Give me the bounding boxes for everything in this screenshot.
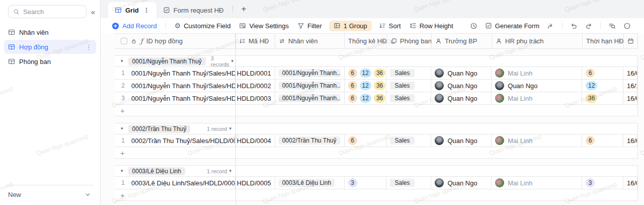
cell-phong-ban[interactable]: Sales	[386, 67, 431, 79]
cell-truong-bp[interactable]: Quan Ngo	[431, 80, 492, 92]
table-row[interactable]: 10001/Nguyễn Thanh Thuỷ/Sales/HDL... HDL…	[115, 66, 637, 79]
add-record-row[interactable]: +	[115, 189, 637, 200]
sidebar-item-phong-ban[interactable]: Phòng ban	[4, 54, 96, 69]
cell-ngay[interactable]: 16/0	[623, 134, 637, 147]
group-count-caret-icon[interactable]: ▾	[231, 59, 234, 63]
group-header[interactable]: ▾ 0003/Lê Diệu Linh 1 record▾	[115, 166, 637, 176]
cell-nhan-vien[interactable]: 0001/Nguyễn Thanh...	[275, 92, 345, 104]
customize-field-button[interactable]: ⚙ Customize Field	[175, 22, 231, 30]
sidebar-item-hop-dong[interactable]: Hợp đồng ⋮	[4, 40, 96, 54]
cell-truong-bp[interactable]: Quan Ngo	[431, 67, 492, 79]
column-header-ngay[interactable]: N	[624, 34, 638, 48]
share-icon[interactable]	[547, 22, 554, 30]
cell-nhan-vien[interactable]: 0002/Trần Thu Thuỷ	[275, 134, 345, 147]
cell-ngay[interactable]: 16/1	[623, 80, 637, 92]
search-records-icon[interactable]	[608, 22, 616, 30]
gear-icon: ⚙	[175, 22, 181, 29]
cell-id[interactable]: 10002/Trần Thu Thuỷ/Sales/HDLD/0004	[115, 134, 235, 147]
cell-nhan-vien[interactable]: 0001/Nguyễn Thanh...	[275, 80, 345, 92]
generate-form-button[interactable]: Generate Form	[485, 22, 539, 30]
sidebar-item-nhan-vien[interactable]: Nhân viên	[4, 25, 96, 39]
cell-hr[interactable]: Mai Linh	[492, 92, 582, 104]
filter-button[interactable]: Filter	[297, 22, 322, 30]
add-view-button[interactable]: +	[235, 4, 252, 14]
cell-hr[interactable]: Quan Ngo	[492, 80, 582, 92]
cell-ma-hd[interactable]: HDLD/0003	[235, 92, 275, 104]
cell-thoi-han[interactable]: 6	[582, 67, 623, 79]
column-header-thoi-han[interactable]: Thời hạn HĐ...	[583, 34, 624, 48]
cell-ma-hd[interactable]: HDLD/0004	[235, 134, 275, 147]
collapse-group-icon[interactable]: ▾	[121, 59, 123, 63]
cell-hr[interactable]: Mai Linh	[492, 134, 582, 147]
cell-thong-ke[interactable]: 6	[345, 134, 387, 147]
search-input[interactable]: Search	[8, 5, 87, 18]
cell-ma-hd[interactable]: HDLD/0002	[235, 80, 275, 92]
cell-ngay[interactable]: 16/0	[623, 177, 637, 189]
cell-thong-ke[interactable]: 3	[345, 177, 387, 189]
cell-thoi-han[interactable]: 36	[582, 92, 623, 104]
column-header-hr[interactable]: HR phụ trách	[492, 34, 583, 48]
group-count-caret-icon[interactable]: ▾	[229, 169, 231, 173]
column-header-ma-hd[interactable]: Mã HĐ	[235, 34, 275, 48]
tab-grid[interactable]: Grid ⋮	[108, 2, 156, 18]
cell-nhan-vien[interactable]: 0001/Nguyễn Thanh...	[275, 67, 345, 79]
table-row[interactable]: 20001/Nguyễn Thanh Thuỷ/Sales/HDL... HDL…	[115, 79, 637, 92]
history-icon[interactable]	[470, 22, 477, 30]
cell-hr[interactable]: Mai Linh	[492, 67, 582, 79]
cell-thong-ke[interactable]: 61236	[345, 67, 387, 79]
cell-ngay[interactable]: 16/0	[623, 92, 637, 104]
group-header[interactable]: ▾ 0001/Nguyễn Thanh Thuỷ 3 records▾	[115, 56, 637, 66]
row-height-button[interactable]: Row Height	[410, 22, 453, 30]
cell-thoi-han[interactable]: 3	[582, 177, 623, 189]
column-header-thong-ke[interactable]: Thống kê HĐ đ...	[345, 34, 387, 48]
collapse-sidebar-icon[interactable]: «	[91, 8, 95, 16]
cell-truong-bp[interactable]: Quan Ngo	[431, 134, 492, 147]
cell-nhan-vien[interactable]: 0003/Lê Diệu Linh	[275, 177, 345, 189]
cell-id[interactable]: 10001/Nguyễn Thanh Thuỷ/Sales/HDL...	[115, 67, 235, 79]
table-row[interactable]: 30001/Nguyễn Thanh Thuỷ/Sales/HDL... HDL…	[115, 92, 637, 104]
cell-thoi-han[interactable]: 12	[582, 80, 623, 92]
cell-phong-ban[interactable]: Sales	[386, 177, 431, 189]
cell-phong-ban[interactable]: Sales	[386, 80, 431, 92]
group-button[interactable]: 1 Group	[329, 21, 372, 31]
column-header-nhan-vien[interactable]: Nhân viên	[275, 34, 345, 48]
cell-thoi-han[interactable]: 6	[582, 134, 623, 147]
cell-ma-hd[interactable]: HDLD/0001	[235, 67, 275, 79]
column-header-truong-bp[interactable]: Trưởng BP	[432, 34, 492, 48]
cell-ma-hd[interactable]: HDLD/0005	[235, 177, 275, 189]
view-settings-button[interactable]: View Settings	[239, 22, 289, 30]
tab-form-request[interactable]: Form request HĐ	[156, 2, 230, 18]
collapse-group-icon[interactable]: ▾	[121, 169, 123, 173]
add-record-button[interactable]: Add Record	[112, 22, 157, 30]
table-row[interactable]: 10002/Trần Thu Thuỷ/Sales/HDLD/0004 HDLD…	[115, 134, 637, 147]
cell-ngay[interactable]: 16/0	[623, 67, 637, 79]
cell-phong-ban[interactable]: Sales	[386, 134, 431, 147]
collapse-group-icon[interactable]: ▾	[121, 126, 123, 131]
undo-icon[interactable]	[570, 22, 578, 30]
tab-menu-kebab-icon[interactable]: ⋮	[143, 7, 150, 14]
sort-button[interactable]: Sort	[379, 22, 401, 30]
cell-truong-bp[interactable]: Quan Ngo	[431, 177, 492, 189]
cell-phong-ban[interactable]: Sales	[386, 92, 431, 104]
link-chip: 0001/Nguyễn Thanh...	[279, 82, 341, 90]
select-all-checkbox[interactable]	[121, 38, 127, 44]
cell-truong-bp[interactable]: Quan Ngo	[431, 92, 492, 104]
cell-hr[interactable]: Mai Linh	[492, 177, 582, 189]
item-menu-kebab-icon[interactable]: ⋮	[86, 43, 92, 51]
cell-id[interactable]: 20001/Nguyễn Thanh Thuỷ/Sales/HDL...	[115, 80, 235, 92]
table-row[interactable]: 10003/Lê Diệu Linh/Sales/HDLD/0005 HDLD/…	[115, 176, 637, 189]
cell-id[interactable]: 10003/Lê Diệu Linh/Sales/HDLD/0005	[115, 177, 235, 189]
cell-thong-ke[interactable]: 61236	[345, 92, 387, 104]
column-header-phong-ban[interactable]: Phòng ban ký	[387, 34, 432, 48]
new-table-button[interactable]: New	[0, 185, 100, 205]
group-header[interactable]: ▾ 0002/Trần Thu Thuỷ 1 record▾	[115, 123, 637, 134]
add-record-row[interactable]: +	[115, 147, 637, 158]
comment-icon[interactable]	[623, 22, 631, 30]
column-header-id[interactable]: ƒ ID hợp đồng	[115, 34, 235, 48]
frozen-column-divider[interactable]	[235, 33, 236, 205]
redo-icon[interactable]	[585, 22, 593, 30]
cell-id[interactable]: 30001/Nguyễn Thanh Thuỷ/Sales/HDL...	[115, 92, 235, 104]
group-count-caret-icon[interactable]: ▾	[229, 126, 231, 131]
add-record-row[interactable]: +	[115, 104, 637, 116]
cell-thong-ke[interactable]: 61236	[345, 80, 387, 92]
